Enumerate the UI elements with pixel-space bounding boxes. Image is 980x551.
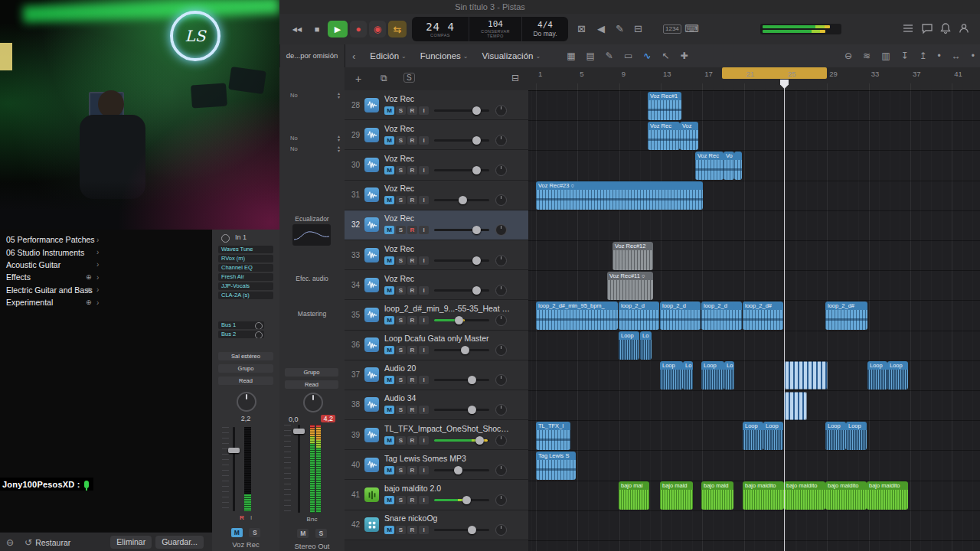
record-enable-button[interactable]: R — [407, 166, 417, 174]
record-enable-button[interactable]: R — [407, 376, 417, 384]
record-enable-button[interactable]: R — [407, 496, 417, 504]
global-solo-button[interactable]: S — [403, 73, 415, 83]
audio-region[interactable]: bajo maldito — [825, 481, 867, 510]
pan-knob[interactable] — [495, 135, 507, 146]
solo-button[interactable]: S — [315, 529, 327, 538]
peak-value[interactable]: 4,2 — [321, 415, 335, 422]
setting-row[interactable]: No — [286, 135, 341, 142]
audio-region[interactable]: Loop — [867, 361, 887, 390]
mute-button[interactable]: M — [384, 466, 394, 474]
mute-button[interactable]: M — [384, 286, 394, 295]
record-enable-button[interactable]: R — [407, 226, 417, 234]
mute-button[interactable]: M — [384, 376, 394, 384]
audio-region[interactable]: Voz Rec — [648, 122, 680, 150]
back-icon[interactable]: ‹ — [345, 51, 363, 62]
automation-mode-slot[interactable]: Read — [218, 377, 273, 385]
audio-region[interactable]: Voz Rec#12 — [612, 242, 653, 270]
record-enable-button[interactable]: R — [407, 316, 417, 324]
mute-button[interactable]: M — [297, 529, 309, 538]
pan-knob[interactable] — [237, 392, 256, 412]
audio-region[interactable]: loop_2_d — [701, 302, 742, 330]
volume-slider[interactable] — [434, 259, 489, 262]
input-monitor-button[interactable]: I — [419, 136, 429, 145]
input-monitor-button[interactable]: I — [419, 106, 429, 115]
play-button[interactable]: ▶ — [328, 21, 348, 37]
pan-knob[interactable] — [495, 255, 507, 266]
capture-button[interactable]: ◉ — [369, 21, 386, 37]
volume-knob[interactable] — [462, 496, 471, 504]
volume-knob[interactable] — [468, 376, 476, 384]
restore-icon[interactable]: ↺ — [24, 537, 32, 548]
count-in-button[interactable]: 1234 — [663, 24, 681, 34]
solo-button[interactable]: S — [396, 166, 406, 174]
stepper[interactable]: ▴▾ — [338, 135, 340, 142]
pan-knob[interactable] — [495, 105, 507, 116]
audio-region[interactable]: Voz Rec — [695, 152, 724, 180]
mute-button[interactable]: M — [384, 106, 394, 115]
bounce-button[interactable]: Bnc — [279, 516, 345, 523]
input-monitor-button[interactable]: I — [419, 376, 429, 384]
track-row[interactable]: 36Loop Dcafu Gata only MasterMSRI — [345, 331, 528, 360]
list-icon[interactable] — [902, 22, 916, 36]
library-item[interactable]: 05 Performance Patches› — [0, 233, 212, 246]
mute-button[interactable]: M — [384, 136, 394, 145]
user-icon[interactable] — [958, 22, 972, 36]
audio-region[interactable]: Voz Rec#1 — [648, 92, 681, 120]
solo-button[interactable]: S — [396, 106, 406, 115]
volume-knob[interactable] — [472, 286, 481, 295]
record-enable-button[interactable]: R — [407, 196, 417, 204]
input-monitor-button[interactable]: I — [419, 286, 429, 295]
mute-button[interactable]: M — [384, 526, 394, 534]
audio-region[interactable]: Loop — [660, 361, 683, 390]
pan-knob[interactable] — [303, 393, 323, 412]
volume-slider[interactable] — [434, 109, 489, 112]
solo-button[interactable]: S — [396, 256, 406, 265]
audio-region[interactable]: bajo maldito — [784, 481, 825, 510]
track-row[interactable]: 28Voz RecMSRI — [345, 90, 528, 120]
record-enable-button[interactable]: R — [407, 466, 417, 474]
volume-slider[interactable] — [434, 439, 489, 442]
audio-region[interactable]: Tag Lewis S — [536, 452, 576, 480]
input-monitor-button[interactable]: I — [419, 226, 429, 234]
solo-button[interactable]: S — [396, 196, 406, 204]
solo-button[interactable]: S — [396, 346, 406, 354]
volume-knob[interactable] — [468, 526, 476, 534]
fx-slot[interactable]: Waves Tune — [218, 246, 273, 253]
record-enable-button[interactable]: R — [407, 256, 417, 265]
record-enable-button[interactable]: R — [240, 514, 244, 521]
pan-knob[interactable] — [495, 524, 507, 536]
library-item[interactable]: Electric Guitar and Bass⊕› — [0, 284, 212, 296]
cycle-button[interactable]: ⇆ — [388, 21, 407, 37]
solo-button[interactable]: S — [396, 376, 406, 384]
zoom-v-icon[interactable]: ↧ — [895, 51, 913, 61]
group-slot[interactable]: Grupo — [218, 364, 273, 373]
input-monitor-button[interactable]: I — [419, 316, 429, 324]
track-row[interactable]: 31Voz RecMSRI — [345, 181, 528, 210]
library-item[interactable]: Acoustic Guitar› — [0, 259, 212, 271]
audio-region[interactable]: loop_2_d# — [743, 302, 783, 330]
solo-button[interactable]: S — [396, 136, 406, 145]
pan-knob[interactable] — [495, 194, 507, 206]
solo-button[interactable]: S — [396, 226, 406, 234]
volume-slider[interactable] — [434, 499, 489, 501]
volume-knob[interactable] — [472, 136, 481, 145]
setting-row[interactable]: No — [286, 145, 341, 153]
audio-region[interactable]: bajo maldito — [867, 481, 908, 510]
track-row[interactable]: 29Voz RecMSRI — [345, 120, 528, 150]
audio-region[interactable]: Lo — [640, 331, 652, 360]
stepper[interactable]: ▴▾ — [338, 92, 340, 99]
send-knob[interactable] — [255, 331, 263, 338]
volume-knob[interactable] — [472, 226, 481, 234]
mute-button[interactable]: M — [384, 406, 394, 414]
solo-button[interactable]: S — [396, 406, 406, 414]
mute-button[interactable]: M — [384, 196, 394, 204]
eq-thumbnail[interactable] — [292, 224, 331, 246]
audio-region[interactable]: Loop — [825, 422, 846, 450]
pencil-icon[interactable]: ✎ — [616, 23, 624, 34]
record-enable-button[interactable]: R — [407, 346, 417, 354]
volume-slider[interactable] — [434, 409, 489, 411]
audio-region[interactable]: Loop — [701, 361, 724, 390]
audio-region[interactable]: loop_2_d#_min_95_bpm_ — [536, 302, 618, 330]
mute-button[interactable]: M — [384, 256, 394, 265]
add-track-button[interactable]: + — [355, 73, 361, 85]
